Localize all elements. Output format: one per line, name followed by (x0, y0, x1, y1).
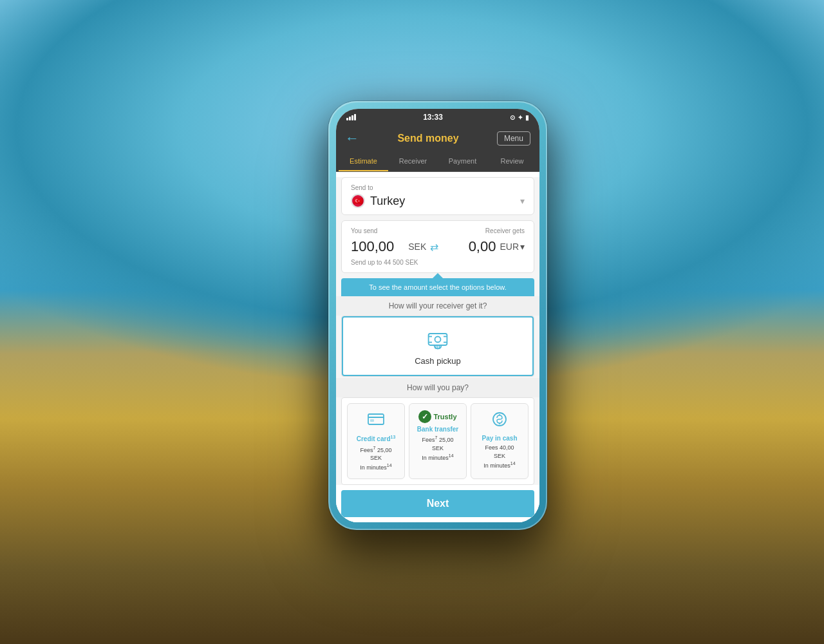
send-currency: SEK (408, 242, 426, 252)
phone-wrapper: 13:33 ⊙ ✦ ▮ ← Send money Menu Est (328, 101, 547, 529)
scene: 13:33 ⊙ ✦ ▮ ← Send money Menu Est (0, 0, 824, 644)
send-to-row: 🇹🇷 Turkey ▾ (351, 194, 525, 208)
flag-emoji: 🇹🇷 (353, 196, 363, 205)
credit-card-option[interactable]: Credit card13 Fees7 25,00SEKIn minutes14 (347, 403, 405, 478)
cash-pickup-option[interactable]: Cash pickup (342, 316, 534, 376)
tab-receiver[interactable]: Receiver (388, 152, 438, 171)
country-name: Turkey (370, 194, 520, 208)
receiver-gets-label: Receiver gets (438, 227, 525, 234)
send-amount[interactable]: 100,00 (351, 238, 404, 255)
swap-icon[interactable]: ⇄ (430, 241, 438, 253)
bank-transfer-option[interactable]: ✓ Trustly Bank transfer Fees7 25,00SEKIn… (409, 403, 467, 478)
settings-icon: ⊙ (510, 114, 515, 121)
svg-rect-11 (370, 419, 374, 422)
you-send-label: You send (351, 227, 438, 234)
phone-shell: 13:33 ⊙ ✦ ▮ ← Send money Menu Est (328, 101, 547, 529)
country-flag: 🇹🇷 (351, 194, 365, 208)
pay-method-label: How will you pay? (336, 378, 539, 397)
signal-icon (346, 114, 356, 120)
currency-dropdown-icon: ▾ (520, 242, 525, 252)
app-header: ← Send money Menu (336, 125, 539, 152)
cash-pickup-label: Cash pickup (415, 356, 461, 366)
bank-transfer-name: Bank transfer (417, 426, 458, 433)
pay-in-cash-name: Pay in cash (482, 435, 517, 442)
tab-estimate[interactable]: Estimate (339, 152, 388, 171)
status-bar: 13:33 ⊙ ✦ ▮ (336, 109, 539, 125)
trustly-icon: ✓ Trustly (418, 410, 456, 423)
content-area: Send to 🇹🇷 Turkey ▾ You send (336, 177, 539, 522)
send-to-label: Send to (351, 184, 525, 191)
phone-screen: 13:33 ⊙ ✦ ▮ ← Send money Menu Est (336, 109, 539, 522)
pay-in-cash-fee: Fees 40,00SEKIn minutes14 (483, 444, 515, 469)
status-icons: ⊙ ✦ ▮ (510, 114, 529, 121)
receive-currency-selector[interactable]: EUR ▾ (500, 242, 525, 252)
svg-rect-9 (368, 414, 384, 424)
credit-card-icon (367, 410, 385, 432)
amount-labels: You send Receiver gets (351, 227, 525, 234)
tab-payment[interactable]: Payment (438, 152, 487, 171)
info-banner: To see the amount select the options bel… (341, 278, 534, 296)
tabs-bar: Estimate Receiver Payment Review (336, 152, 539, 172)
bank-transfer-fee: Fees7 25,00SEKIn minutes14 (422, 435, 453, 462)
send-to-section[interactable]: Send to 🇹🇷 Turkey ▾ (341, 177, 534, 215)
receiver-method-label: How will your receiver get it? (336, 296, 539, 316)
pay-in-cash-option[interactable]: Pay in cash Fees 40,00SEKIn minutes14 (471, 403, 529, 478)
pay-options: Credit card13 Fees7 25,00SEKIn minutes14… (341, 397, 534, 484)
amount-row: 100,00 SEK ⇄ 0,00 EUR ▾ (351, 238, 525, 255)
svg-rect-0 (429, 334, 447, 345)
dropdown-arrow-icon: ▾ (520, 196, 525, 206)
status-time: 13:33 (423, 113, 443, 122)
pay-in-cash-icon (491, 410, 509, 432)
delivery-method-options: Cash pickup (341, 316, 534, 377)
back-button[interactable]: ← (345, 131, 359, 146)
battery-icon: ▮ (525, 114, 529, 121)
send-up-to: Send up to 44 500 SEK (351, 259, 525, 266)
svg-point-1 (435, 337, 441, 343)
bluetooth-icon: ✦ (518, 114, 523, 121)
credit-card-name: Credit card13 (357, 435, 396, 442)
amount-section: You send Receiver gets 100,00 SEK ⇄ 0,00… (341, 220, 534, 273)
next-button[interactable]: Next (341, 490, 534, 517)
credit-card-fee: Fees7 25,00SEKIn minutes14 (360, 445, 391, 472)
app-title: Send money (397, 133, 458, 144)
menu-button[interactable]: Menu (497, 131, 530, 146)
next-button-area: Next (336, 485, 539, 522)
tab-review[interactable]: Review (487, 152, 537, 171)
cash-pickup-icon (425, 327, 451, 352)
receive-amount: 0,00 (442, 238, 496, 255)
